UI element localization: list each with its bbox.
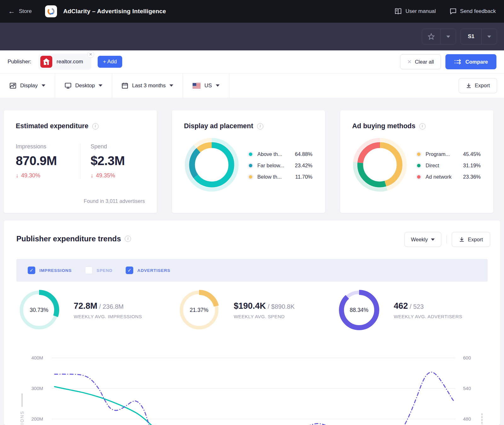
- star-icon: [428, 33, 435, 40]
- profile-selector-group: S1: [461, 29, 497, 44]
- toggle-label: IMPRESSIONS: [39, 268, 72, 273]
- solid-line-swatch: [22, 393, 22, 407]
- card-title: Display ad placement: [184, 122, 253, 130]
- legend-item[interactable]: Program... 45.45%: [417, 151, 481, 157]
- report-toolbar: S1: [0, 23, 504, 50]
- favorite-star-button[interactable]: [422, 29, 440, 44]
- info-icon[interactable]: i: [125, 236, 131, 242]
- add-publisher-button[interactable]: + Add: [98, 56, 122, 68]
- export-label: Export: [468, 237, 483, 243]
- store-label: Store: [19, 8, 32, 14]
- stat-value: 72.8M: [74, 301, 97, 311]
- legend-dot: [249, 164, 252, 167]
- export-button[interactable]: Export: [459, 78, 497, 93]
- publisher-chip-realtor[interactable]: realtor.com ✕: [38, 54, 91, 70]
- interval-dropdown[interactable]: Weekly: [404, 232, 442, 247]
- add-label: + Add: [103, 59, 117, 65]
- compare-arrows-icon: [454, 59, 462, 65]
- card-title: Estimated expenditure: [16, 122, 89, 130]
- ring-percent: 30.73%: [16, 287, 62, 333]
- ring-percent: 88.34%: [336, 287, 382, 333]
- realtor-icon: [40, 56, 52, 68]
- profile-label: S1: [468, 33, 474, 40]
- stat-total: 523: [408, 303, 424, 310]
- impressions-toggle[interactable]: ✓ IMPRESSIONS: [28, 267, 72, 274]
- info-icon[interactable]: i: [92, 123, 99, 129]
- legend-dot: [417, 164, 421, 167]
- legend-value: 31.19%: [463, 163, 481, 169]
- ad-buying-donut-chart[interactable]: [352, 137, 408, 194]
- weekly-avg-impressions-stat: 30.73% 72.8M236.8M WEEKLY AVG. IMPRESSIO…: [16, 287, 142, 333]
- legend-label: Program...: [426, 151, 450, 157]
- ad-type-filter[interactable]: Display: [0, 78, 55, 93]
- store-back-button[interactable]: ← Store: [8, 7, 32, 15]
- legend-value: 64.88%: [295, 151, 312, 157]
- us-flag-icon: [192, 83, 201, 89]
- stat-caption: WEEKLY AVG. ADVERTISERS: [394, 314, 462, 319]
- stat-caption: WEEKLY AVG. SPEND: [234, 314, 295, 319]
- legend-label: Direct: [426, 163, 439, 169]
- publisher-label: Publisher:: [8, 59, 32, 65]
- trend-line-chart[interactable]: 400M600300M540200M480 IMPRESSIONS ADVERT…: [4, 340, 500, 425]
- advertisers-found-note: Found in 3,011 advertisers: [84, 198, 145, 204]
- right-axis-title: ADVERTISERS: [479, 413, 484, 425]
- date-range-filter[interactable]: Last 3 months: [112, 78, 183, 93]
- spend-label: Spend: [90, 143, 145, 150]
- publisher-bar: Publisher: realtor.com ✕ + Add ✕ Clear a…: [0, 50, 504, 73]
- spend-toggle[interactable]: ✓ SPEND: [85, 267, 113, 274]
- legend-item[interactable]: Direct 31.19%: [417, 163, 481, 169]
- chevron-down-icon: [99, 84, 102, 87]
- legend-dot: [249, 175, 252, 179]
- send-feedback-label: Send feedback: [460, 8, 496, 14]
- legend-label: Below th...: [257, 174, 282, 180]
- dashed-line-swatch: [482, 413, 482, 425]
- send-feedback-button[interactable]: Send feedback: [450, 8, 496, 14]
- legend-value: 11.70%: [295, 174, 312, 180]
- trends-export-button[interactable]: Export: [452, 232, 490, 247]
- download-icon: [466, 83, 472, 89]
- user-manual-button[interactable]: User manual: [395, 8, 436, 14]
- app-title: AdClarity – Advertising Intelligence: [63, 8, 166, 15]
- device-label: Desktop: [75, 83, 95, 89]
- divider: [446, 236, 447, 243]
- ring-percent: 21.37%: [176, 287, 222, 333]
- chip-close-icon[interactable]: ✕: [87, 51, 94, 58]
- clear-x-icon: ✕: [407, 59, 412, 65]
- weekly-avg-spend-stat: 21.37% $190.4K$890.8K WEEKLY AVG. SPEND: [176, 287, 295, 333]
- country-filter[interactable]: US: [183, 78, 229, 93]
- legend-item[interactable]: Below th... 11.70%: [249, 174, 312, 180]
- profile-dropdown-button[interactable]: [481, 29, 497, 44]
- svg-text:600: 600: [463, 355, 471, 360]
- checkbox-icon: ✓: [126, 267, 133, 274]
- feedback-bubble-icon: [450, 8, 456, 14]
- filter-bar: Display Desktop Last 3 months US: [0, 73, 504, 98]
- advertisers-toggle[interactable]: ✓ ADVERTISERS: [126, 267, 170, 274]
- favorite-dropdown-button[interactable]: [440, 29, 456, 44]
- legend-item[interactable]: Ad network 23.36%: [417, 174, 481, 180]
- legend-value: 23.36%: [463, 174, 481, 180]
- info-icon[interactable]: i: [257, 123, 263, 129]
- toggle-label: ADVERTISERS: [137, 268, 170, 273]
- down-arrow-icon: ↓: [16, 172, 19, 179]
- stat-value: $190.4K: [234, 301, 266, 311]
- stat-total: 236.8M: [97, 303, 123, 310]
- legend-item[interactable]: Above th... 64.88%: [249, 151, 312, 157]
- country-label: US: [204, 83, 212, 89]
- ad-placement-donut-chart[interactable]: [184, 137, 239, 194]
- legend-item[interactable]: Far below... 23.42%: [249, 163, 312, 169]
- profile-s1-button[interactable]: S1: [461, 29, 481, 44]
- checkbox-icon: ✓: [28, 267, 35, 274]
- impressions-label: Impressions: [16, 143, 80, 150]
- chevron-down-icon: [216, 84, 220, 87]
- ad-type-label: Display: [20, 83, 38, 89]
- desktop-icon: [65, 83, 72, 89]
- device-filter[interactable]: Desktop: [55, 78, 112, 93]
- stat-caption: WEEKLY AVG. IMPRESSIONS: [74, 314, 142, 319]
- info-icon[interactable]: i: [419, 123, 426, 129]
- card-title: Ad buying methods: [352, 122, 415, 130]
- clear-all-button[interactable]: ✕ Clear all: [400, 54, 441, 69]
- user-manual-label: User manual: [405, 8, 436, 14]
- chevron-down-icon: [487, 36, 491, 38]
- chevron-down-icon: [446, 36, 450, 38]
- compare-button[interactable]: Compare: [445, 54, 496, 69]
